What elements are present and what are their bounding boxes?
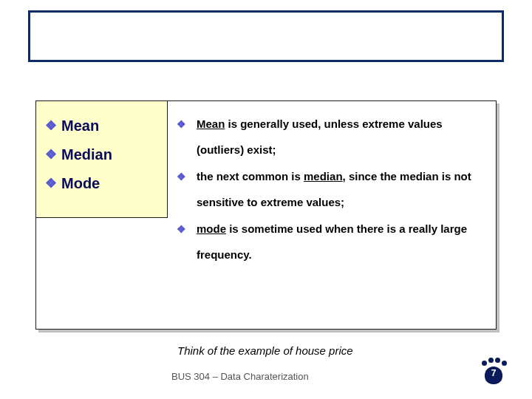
desc-text: Mean is generally used, unless extreme v… bbox=[197, 112, 487, 163]
measures-panel: ❖ Mean ❖ Median ❖ Mode bbox=[36, 101, 168, 218]
measure-item-median: ❖ Median bbox=[45, 146, 163, 163]
diamond-bullet-icon: ❖ bbox=[177, 112, 186, 137]
page-number-paw-icon: 7 bbox=[480, 358, 507, 389]
keyword-mode: mode bbox=[197, 222, 226, 235]
measure-item-mode: ❖ Mode bbox=[45, 175, 163, 192]
diamond-bullet-icon: ❖ bbox=[45, 146, 57, 163]
measure-label: Mode bbox=[61, 175, 100, 192]
desc-text: the next common is median, since the med… bbox=[197, 164, 487, 215]
diamond-bullet-icon: ❖ bbox=[177, 164, 186, 189]
footer-text: BUS 304 – Data Charaterization bbox=[171, 371, 309, 382]
desc-item-mode: ❖ mode is sometime used when there is a … bbox=[177, 216, 487, 267]
keyword-median: median bbox=[304, 170, 343, 183]
diamond-bullet-icon: ❖ bbox=[45, 175, 57, 191]
diamond-bullet-icon: ❖ bbox=[45, 117, 57, 134]
desc-item-median: ❖ the next common is median, since the m… bbox=[177, 164, 487, 215]
example-hint: Think of the example of house price bbox=[177, 344, 353, 357]
content-box: ❖ Mean ❖ Median ❖ Mode ❖ Mean is general… bbox=[35, 100, 497, 330]
title-bar bbox=[28, 10, 504, 62]
desc-item-mean: ❖ Mean is generally used, unless extreme… bbox=[177, 112, 487, 163]
description-panel: ❖ Mean is generally used, unless extreme… bbox=[177, 112, 487, 269]
diamond-bullet-icon: ❖ bbox=[177, 216, 186, 242]
measure-label: Mean bbox=[61, 117, 99, 134]
keyword-mean: Mean bbox=[197, 117, 225, 130]
measure-item-mean: ❖ Mean bbox=[45, 117, 163, 134]
page-number: 7 bbox=[480, 368, 507, 378]
measure-label: Median bbox=[61, 146, 112, 163]
desc-text: mode is sometime used when there is a re… bbox=[197, 216, 487, 267]
